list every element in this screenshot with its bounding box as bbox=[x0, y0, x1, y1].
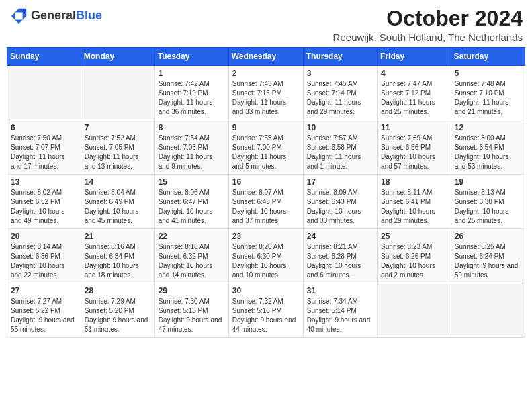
table-row: 15Sunrise: 8:06 AMSunset: 6:47 PMDayligh… bbox=[154, 175, 228, 229]
logo-icon bbox=[9, 7, 28, 26]
day-number: 4 bbox=[381, 68, 447, 78]
header-thursday: Thursday bbox=[303, 48, 377, 66]
calendar-week-row: 13Sunrise: 8:02 AMSunset: 6:52 PMDayligh… bbox=[7, 175, 525, 229]
svg-rect-2 bbox=[15, 12, 22, 19]
day-info: Sunrise: 7:52 AMSunset: 7:05 PMDaylight:… bbox=[85, 134, 151, 171]
header-friday: Friday bbox=[378, 48, 451, 66]
day-info: Sunrise: 8:07 AMSunset: 6:45 PMDaylight:… bbox=[232, 188, 300, 226]
day-info: Sunrise: 7:30 AMSunset: 5:18 PMDaylight:… bbox=[159, 297, 225, 334]
table-row: 21Sunrise: 8:16 AMSunset: 6:34 PMDayligh… bbox=[81, 229, 154, 283]
day-number: 1 bbox=[159, 68, 225, 78]
day-number: 20 bbox=[11, 232, 77, 241]
day-info: Sunrise: 8:09 AMSunset: 6:43 PMDaylight:… bbox=[307, 188, 373, 226]
table-row bbox=[451, 283, 525, 338]
day-info: Sunrise: 8:04 AMSunset: 6:49 PMDaylight:… bbox=[85, 188, 151, 226]
day-number: 5 bbox=[455, 68, 521, 78]
calendar-header-row: Sunday Monday Tuesday Wednesday Thursday… bbox=[7, 48, 525, 66]
day-number: 15 bbox=[159, 177, 225, 187]
table-row: 29Sunrise: 7:30 AMSunset: 5:18 PMDayligh… bbox=[154, 283, 228, 338]
table-row: 16Sunrise: 8:07 AMSunset: 6:45 PMDayligh… bbox=[228, 175, 303, 229]
day-number: 27 bbox=[11, 286, 77, 295]
day-number: 8 bbox=[159, 123, 225, 132]
day-info: Sunrise: 7:57 AMSunset: 6:58 PMDaylight:… bbox=[307, 134, 373, 171]
table-row: 23Sunrise: 8:20 AMSunset: 6:30 PMDayligh… bbox=[228, 229, 303, 283]
calendar-week-row: 6Sunrise: 7:50 AMSunset: 7:07 PMDaylight… bbox=[7, 120, 525, 175]
day-info: Sunrise: 8:06 AMSunset: 6:47 PMDaylight:… bbox=[159, 188, 225, 226]
header-saturday: Saturday bbox=[451, 48, 525, 66]
day-info: Sunrise: 8:02 AMSunset: 6:52 PMDaylight:… bbox=[11, 188, 77, 226]
table-row: 24Sunrise: 8:21 AMSunset: 6:28 PMDayligh… bbox=[303, 229, 377, 283]
day-number: 16 bbox=[232, 177, 300, 187]
table-row: 12Sunrise: 8:00 AMSunset: 6:54 PMDayligh… bbox=[451, 120, 525, 175]
day-number: 11 bbox=[381, 123, 447, 132]
day-info: Sunrise: 8:21 AMSunset: 6:28 PMDaylight:… bbox=[307, 242, 373, 280]
day-info: Sunrise: 7:45 AMSunset: 7:14 PMDaylight:… bbox=[307, 79, 373, 117]
table-row: 27Sunrise: 7:27 AMSunset: 5:22 PMDayligh… bbox=[7, 283, 81, 338]
table-row: 7Sunrise: 7:52 AMSunset: 7:05 PMDaylight… bbox=[81, 120, 154, 175]
day-info: Sunrise: 8:00 AMSunset: 6:54 PMDaylight:… bbox=[455, 134, 521, 171]
day-number: 28 bbox=[85, 286, 151, 295]
day-number: 13 bbox=[11, 177, 77, 187]
day-info: Sunrise: 8:23 AMSunset: 6:26 PMDaylight:… bbox=[381, 242, 447, 280]
table-row: 6Sunrise: 7:50 AMSunset: 7:07 PMDaylight… bbox=[7, 120, 81, 175]
day-number: 3 bbox=[307, 68, 373, 78]
table-row: 10Sunrise: 7:57 AMSunset: 6:58 PMDayligh… bbox=[303, 120, 377, 175]
table-row: 5Sunrise: 7:48 AMSunset: 7:10 PMDaylight… bbox=[451, 66, 525, 120]
calendar-week-row: 20Sunrise: 8:14 AMSunset: 6:36 PMDayligh… bbox=[7, 229, 525, 283]
logo-general: General bbox=[31, 9, 76, 23]
header-monday: Monday bbox=[81, 48, 154, 66]
table-row bbox=[81, 66, 154, 120]
day-info: Sunrise: 7:59 AMSunset: 6:56 PMDaylight:… bbox=[381, 134, 447, 171]
day-number: 14 bbox=[85, 177, 151, 187]
table-row: 26Sunrise: 8:25 AMSunset: 6:24 PMDayligh… bbox=[451, 229, 525, 283]
table-row: 11Sunrise: 7:59 AMSunset: 6:56 PMDayligh… bbox=[378, 120, 451, 175]
header-sunday: Sunday bbox=[7, 48, 81, 66]
day-number: 9 bbox=[232, 123, 300, 132]
day-number: 26 bbox=[455, 232, 521, 241]
day-info: Sunrise: 8:18 AMSunset: 6:32 PMDaylight:… bbox=[159, 242, 225, 280]
logo-text: General Blue bbox=[31, 9, 102, 23]
day-number: 29 bbox=[159, 286, 225, 295]
day-number: 18 bbox=[381, 177, 447, 187]
calendar-table: Sunday Monday Tuesday Wednesday Thursday… bbox=[7, 47, 525, 338]
day-info: Sunrise: 7:47 AMSunset: 7:12 PMDaylight:… bbox=[381, 79, 447, 117]
day-info: Sunrise: 7:54 AMSunset: 7:03 PMDaylight:… bbox=[159, 134, 225, 171]
table-row: 19Sunrise: 8:13 AMSunset: 6:38 PMDayligh… bbox=[451, 175, 525, 229]
table-row: 8Sunrise: 7:54 AMSunset: 7:03 PMDaylight… bbox=[154, 120, 228, 175]
calendar-week-row: 27Sunrise: 7:27 AMSunset: 5:22 PMDayligh… bbox=[7, 283, 525, 338]
day-info: Sunrise: 7:42 AMSunset: 7:19 PMDaylight:… bbox=[159, 79, 225, 117]
day-info: Sunrise: 7:32 AMSunset: 5:16 PMDaylight:… bbox=[232, 297, 300, 334]
day-number: 30 bbox=[232, 286, 300, 295]
header-wednesday: Wednesday bbox=[228, 48, 303, 66]
day-info: Sunrise: 7:29 AMSunset: 5:20 PMDaylight:… bbox=[85, 297, 151, 334]
day-info: Sunrise: 7:55 AMSunset: 7:00 PMDaylight:… bbox=[232, 134, 300, 171]
day-info: Sunrise: 8:20 AMSunset: 6:30 PMDaylight:… bbox=[232, 242, 300, 280]
day-number: 22 bbox=[159, 232, 225, 241]
day-info: Sunrise: 7:50 AMSunset: 7:07 PMDaylight:… bbox=[11, 134, 77, 171]
table-row: 30Sunrise: 7:32 AMSunset: 5:16 PMDayligh… bbox=[228, 283, 303, 338]
title-block: October 2024 Reeuwijk, South Holland, Th… bbox=[333, 7, 523, 43]
day-info: Sunrise: 8:11 AMSunset: 6:41 PMDaylight:… bbox=[381, 188, 447, 226]
logo: General Blue bbox=[9, 7, 102, 26]
day-number: 6 bbox=[11, 123, 77, 132]
day-number: 19 bbox=[455, 177, 521, 187]
day-info: Sunrise: 8:16 AMSunset: 6:34 PMDaylight:… bbox=[85, 242, 151, 280]
table-row: 2Sunrise: 7:43 AMSunset: 7:16 PMDaylight… bbox=[228, 66, 303, 120]
day-number: 10 bbox=[307, 123, 373, 132]
day-number: 17 bbox=[307, 177, 373, 187]
table-row: 14Sunrise: 8:04 AMSunset: 6:49 PMDayligh… bbox=[81, 175, 154, 229]
day-info: Sunrise: 7:34 AMSunset: 5:14 PMDaylight:… bbox=[307, 297, 373, 334]
day-info: Sunrise: 8:25 AMSunset: 6:24 PMDaylight:… bbox=[455, 242, 521, 280]
table-row: 25Sunrise: 8:23 AMSunset: 6:26 PMDayligh… bbox=[378, 229, 451, 283]
page-header: General Blue October 2024 Reeuwijk, Sout… bbox=[7, 7, 525, 43]
day-number: 21 bbox=[85, 232, 151, 241]
table-row bbox=[378, 283, 451, 338]
table-row: 31Sunrise: 7:34 AMSunset: 5:14 PMDayligh… bbox=[303, 283, 377, 338]
day-number: 24 bbox=[307, 232, 373, 241]
table-row: 3Sunrise: 7:45 AMSunset: 7:14 PMDaylight… bbox=[303, 66, 377, 120]
table-row: 17Sunrise: 8:09 AMSunset: 6:43 PMDayligh… bbox=[303, 175, 377, 229]
table-row: 13Sunrise: 8:02 AMSunset: 6:52 PMDayligh… bbox=[7, 175, 81, 229]
day-number: 23 bbox=[232, 232, 300, 241]
table-row: 20Sunrise: 8:14 AMSunset: 6:36 PMDayligh… bbox=[7, 229, 81, 283]
day-number: 31 bbox=[307, 286, 373, 295]
